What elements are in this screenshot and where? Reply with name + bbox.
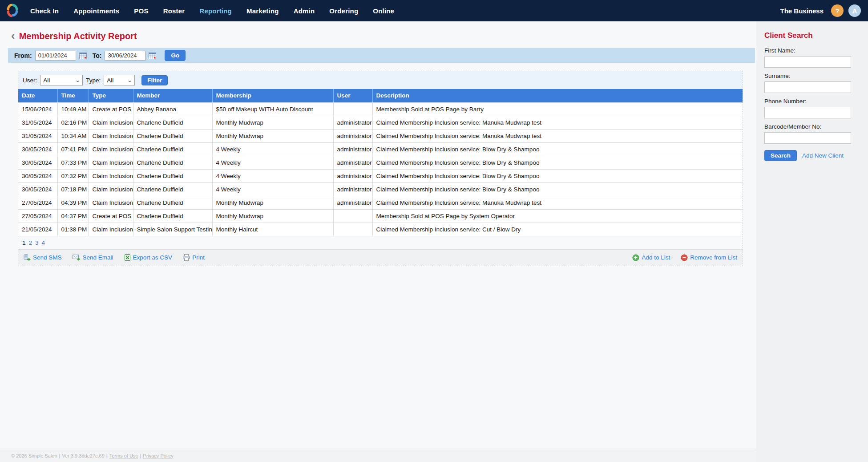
calendar-icon[interactable]: [149, 52, 156, 59]
nav-item[interactable]: Online: [373, 7, 394, 15]
type-filter-select[interactable]: All ⌄: [104, 75, 135, 85]
membership-activity-table: DateTimeTypeMemberMembershipUserDescript…: [18, 89, 743, 236]
cell-date: 15/06/2024: [18, 102, 57, 116]
cell-time: 07:33 PM: [57, 156, 89, 169]
client-search-field: Phone Number:: [764, 98, 859, 118]
client-search-fields: First Name: Surname: Phone Number: Barco…: [764, 47, 859, 144]
report-panel: User: All ⌄ Type: All ⌄ Filter DateTimeT…: [18, 71, 743, 266]
cell-type: Claim Inclusion: [89, 156, 133, 169]
client-search-input[interactable]: [764, 81, 851, 93]
cell-type: Claim Inclusion: [89, 116, 133, 129]
cell-description: Claimed Membership Inclusion service: Ma…: [372, 129, 743, 142]
remove-from-list-link[interactable]: Remove from List: [681, 254, 737, 261]
add-to-list-link[interactable]: Add to List: [632, 254, 670, 261]
nav-item[interactable]: POS: [134, 7, 148, 15]
nav-menu: Check In Appointments POS Roster Reporti…: [30, 7, 394, 15]
cell-membership: 4 Weekly: [212, 182, 333, 196]
cell-date: 31/05/2024: [18, 129, 57, 142]
cell-user: administrator: [333, 169, 372, 182]
calendar-icon[interactable]: [79, 52, 87, 59]
cell-description: Membership Sold at POS Page by Barry: [372, 102, 743, 116]
add-new-client-link[interactable]: Add New Client: [802, 152, 844, 159]
cell-user: [333, 223, 372, 236]
cell-membership: 4 Weekly: [212, 169, 333, 182]
to-label: To:: [93, 52, 102, 59]
cell-date: 30/05/2024: [18, 169, 57, 182]
cell-time: 04:39 PM: [57, 196, 89, 209]
cell-member: Charlene Duffield: [133, 196, 212, 209]
column-header: User: [333, 89, 372, 102]
nav-item[interactable]: Admin: [294, 7, 315, 15]
search-button[interactable]: Search: [764, 150, 797, 161]
filter-button[interactable]: Filter: [141, 75, 168, 85]
cell-membership: Monthly Mudwrap: [212, 129, 333, 142]
nav-item[interactable]: Marketing: [246, 7, 279, 15]
copyright-text: © 2026 Simple Salon: [11, 453, 57, 458]
chevron-down-icon: ⌄: [75, 77, 81, 83]
cell-description: Claimed Membership Inclusion service: Bl…: [372, 156, 743, 169]
page-number-link[interactable]: 2: [29, 239, 32, 246]
cell-description: Claimed Membership Inclusion service: Ma…: [372, 116, 743, 129]
from-date-input[interactable]: [35, 51, 76, 61]
to-date-input[interactable]: [105, 51, 145, 61]
cell-membership: 4 Weekly: [212, 156, 333, 169]
cell-type: Claim Inclusion: [89, 129, 133, 142]
print-link[interactable]: Print: [183, 254, 205, 261]
user-filter-select[interactable]: All ⌄: [40, 75, 83, 85]
print-icon: [183, 254, 190, 261]
export-csv-link[interactable]: Export as CSV: [124, 254, 173, 261]
footer: © 2026 Simple Salon | Ver 3.9.3dde27c.69…: [0, 449, 756, 462]
client-search-input[interactable]: [764, 132, 851, 144]
go-button[interactable]: Go: [165, 50, 186, 61]
client-search-input[interactable]: [764, 56, 851, 68]
cell-time: 10:49 AM: [57, 102, 89, 116]
page-number-link[interactable]: 4: [42, 239, 45, 246]
footer-separator: |: [59, 453, 61, 458]
cell-description: Claimed Membership Inclusion service: Bl…: [372, 182, 743, 196]
send-sms-link[interactable]: Send SMS: [24, 254, 62, 261]
table-row: 30/05/2024 07:32 PM Claim Inclusion Char…: [18, 169, 743, 182]
table-row: 31/05/2024 10:34 AM Claim Inclusion Char…: [18, 129, 743, 142]
simple-salon-logo-icon[interactable]: [5, 3, 20, 19]
cell-time: 10:34 AM: [57, 129, 89, 142]
table-row: 27/05/2024 04:39 PM Claim Inclusion Char…: [18, 196, 743, 209]
cell-membership: Monthly Mudwrap: [212, 209, 333, 223]
remove-from-list-label: Remove from List: [690, 254, 737, 261]
add-icon: [632, 254, 639, 261]
cell-description: Membership Sold at POS Page by System Op…: [372, 209, 743, 223]
table-row: 27/05/2024 04:37 PM Create at POS Charle…: [18, 209, 743, 223]
client-search-field: Surname:: [764, 73, 859, 93]
page-number-link[interactable]: 3: [35, 239, 39, 246]
nav-item[interactable]: Ordering: [329, 7, 358, 15]
cell-user: administrator: [333, 116, 372, 129]
top-navigation: Check In Appointments POS Roster Reporti…: [0, 0, 868, 21]
sms-icon: [24, 254, 31, 261]
client-search-actions: Search Add New Client: [764, 150, 859, 161]
nav-item[interactable]: Reporting: [199, 7, 232, 15]
back-arrow-icon[interactable]: ‹: [11, 31, 15, 40]
page-number-current: 1: [22, 239, 26, 246]
cell-user: administrator: [333, 182, 372, 196]
help-icon[interactable]: ?: [831, 4, 844, 17]
cell-member: Charlene Duffield: [133, 156, 212, 169]
cell-date: 30/05/2024: [18, 142, 57, 156]
client-search-input[interactable]: [764, 107, 851, 118]
cell-date: 31/05/2024: [18, 116, 57, 129]
print-label: Print: [192, 254, 205, 261]
send-email-link[interactable]: Send Email: [73, 254, 113, 261]
avatar[interactable]: A: [848, 4, 861, 17]
privacy-policy-link[interactable]: Privacy Policy: [143, 453, 173, 458]
nav-item[interactable]: Roster: [163, 7, 185, 15]
terms-of-use-link[interactable]: Terms of Use: [109, 453, 138, 458]
table-header-row: DateTimeTypeMemberMembershipUserDescript…: [18, 89, 743, 102]
nav-item[interactable]: Check In: [30, 7, 59, 15]
column-header: Type: [89, 89, 133, 102]
cell-time: 02:16 PM: [57, 116, 89, 129]
email-icon: [73, 254, 81, 261]
csv-icon: [124, 254, 131, 261]
from-label: From:: [14, 52, 32, 59]
cell-type: Claim Inclusion: [89, 182, 133, 196]
type-filter-value: All: [107, 77, 113, 84]
cell-time: 07:32 PM: [57, 169, 89, 182]
nav-item[interactable]: Appointments: [73, 7, 119, 15]
